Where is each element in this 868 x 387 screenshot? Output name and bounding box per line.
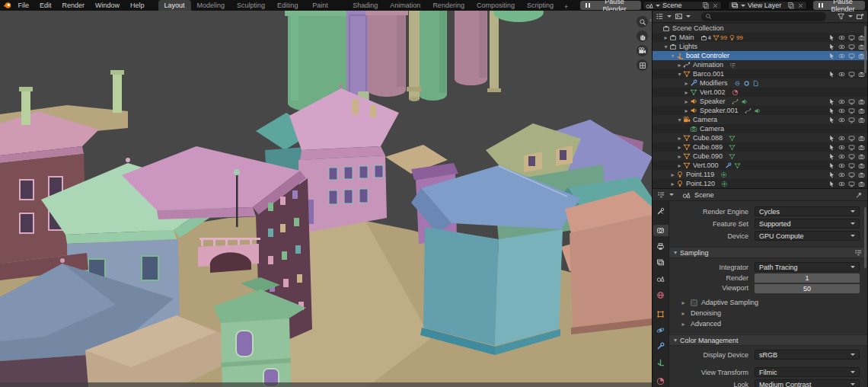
hide-eye-icon[interactable] <box>838 144 845 151</box>
disclosure-icon[interactable] <box>683 89 690 96</box>
disclosure-icon[interactable] <box>676 71 683 78</box>
select-arrow-icon[interactable] <box>828 135 835 142</box>
outliner-row-speaker-001[interactable]: Speaker.001 <box>653 106 867 115</box>
outliner-row-cube-088[interactable]: Cube.088 <box>653 133 867 142</box>
modifier-ring-icon[interactable] <box>743 80 750 87</box>
material-icon[interactable] <box>732 89 739 96</box>
tab-uv-editing[interactable]: UV Editing <box>271 0 306 11</box>
viewport-3d-scene[interactable] <box>0 11 653 387</box>
outliner-row-cube-090[interactable]: Cube.090 <box>653 152 867 161</box>
render-disable-icon[interactable] <box>858 117 865 123</box>
select-arrow-icon[interactable] <box>828 162 835 169</box>
select-arrow-icon[interactable] <box>828 153 835 160</box>
menu-window[interactable]: Window <box>91 0 124 11</box>
tab-rendering[interactable]: Rendering <box>426 0 471 11</box>
viewport-disable-icon[interactable] <box>848 144 855 151</box>
disclosure-icon[interactable] <box>676 62 683 69</box>
render-disable-icon[interactable] <box>858 135 865 142</box>
hide-eye-icon[interactable] <box>838 171 845 178</box>
tab-shading[interactable]: Shading <box>346 0 384 11</box>
hide-eye-icon[interactable] <box>838 107 845 114</box>
outliner-search[interactable] <box>701 12 826 21</box>
hide-eye-icon[interactable] <box>838 71 845 78</box>
sampling-panel-header[interactable]: ▾ Sampling <box>669 247 867 258</box>
menu-edit[interactable]: Edit <box>35 0 56 11</box>
disclosure-icon[interactable] <box>676 117 683 123</box>
feature-set-dropdown[interactable]: Supported <box>755 219 860 229</box>
tab-physics[interactable] <box>653 325 669 336</box>
outliner-row-vert-000[interactable]: Vert.000 <box>653 161 867 170</box>
render-disable-icon[interactable] <box>858 181 865 187</box>
viewport-disable-icon[interactable] <box>848 171 855 178</box>
render-disable-icon[interactable] <box>858 144 865 151</box>
outliner-row-cube-089[interactable]: Cube.089 <box>653 142 867 152</box>
render-samples-field[interactable]: 1 <box>755 273 860 283</box>
outliner-row-main[interactable]: Main 4 99 99 <box>653 33 867 42</box>
viewport-disable-icon[interactable] <box>848 34 855 41</box>
display-device-dropdown[interactable]: sRGB <box>755 350 860 360</box>
render-disable-icon[interactable] <box>858 107 865 114</box>
hide-eye-icon[interactable] <box>838 98 845 105</box>
select-arrow-icon[interactable] <box>828 181 835 187</box>
hide-eye-icon[interactable] <box>838 34 845 41</box>
pin-icon[interactable] <box>855 191 863 199</box>
hide-eye-icon[interactable] <box>838 53 845 59</box>
close-icon[interactable] <box>797 2 804 9</box>
disclosure-icon[interactable] <box>662 34 669 41</box>
viewport-disable-icon[interactable] <box>848 98 855 105</box>
disclosure-icon[interactable] <box>669 53 676 59</box>
tab-texture-paint[interactable]: Texture Paint <box>306 0 346 11</box>
advanced-subpanel[interactable]: Advanced <box>669 318 867 329</box>
modifier-screw-icon[interactable] <box>734 80 741 87</box>
look-dropdown[interactable]: Medium Contrast <box>755 379 860 387</box>
viewport-disable-icon[interactable] <box>848 107 855 114</box>
properties-scrollbar[interactable] <box>864 207 866 268</box>
tab-tool[interactable] <box>653 206 669 217</box>
integrator-dropdown[interactable]: Path Tracing <box>755 262 860 272</box>
blender-logo-icon[interactable] <box>3 1 11 10</box>
pause-blender-button[interactable]: Pause Blender <box>580 1 641 10</box>
outliner-row-camera-object[interactable]: Camera <box>653 115 867 124</box>
close-icon[interactable] <box>712 2 719 9</box>
pause-blender-button-2[interactable]: Pause Blender <box>813 1 865 10</box>
select-arrow-icon[interactable] <box>828 144 835 151</box>
tab-object[interactable] <box>653 309 669 320</box>
outliner-row-barco-001[interactable]: Barco.001 <box>653 69 867 78</box>
properties-editor-type-icon[interactable] <box>657 190 665 199</box>
outliner-row-camera-data[interactable]: Camera <box>653 124 867 133</box>
tab-scripting[interactable]: Scripting <box>521 0 560 11</box>
render-disable-icon[interactable] <box>858 171 865 178</box>
outliner-scrollbar[interactable] <box>864 26 866 73</box>
disclosure-icon[interactable] <box>676 162 683 169</box>
tab-view-layer[interactable] <box>653 257 669 268</box>
sidebar-collapse-chevron[interactable]: ‹ <box>649 17 652 24</box>
tab-layout[interactable]: Layout <box>158 0 191 11</box>
hide-eye-icon[interactable] <box>838 153 845 160</box>
outliner-row-scene-collection[interactable]: Scene Collection <box>653 24 867 33</box>
tab-modifiers[interactable] <box>653 341 669 352</box>
viewport-disable-icon[interactable] <box>848 43 855 50</box>
tab-animation[interactable]: Animation <box>384 0 426 11</box>
tab-sculpting[interactable]: Sculpting <box>231 0 271 11</box>
tab-object-data[interactable] <box>653 357 669 368</box>
tab-compositing[interactable]: Compositing <box>471 0 521 11</box>
render-engine-dropdown[interactable]: Cycles <box>755 206 860 216</box>
modifier-solidify-icon[interactable] <box>752 80 759 87</box>
select-arrow-icon[interactable] <box>828 171 835 178</box>
filter-icon[interactable] <box>837 12 845 21</box>
viewport-disable-icon[interactable] <box>848 53 855 59</box>
outliner-row-speaker[interactable]: Speaker <box>653 97 867 106</box>
select-arrow-icon[interactable] <box>828 53 835 59</box>
render-disable-icon[interactable] <box>858 98 865 105</box>
new-scene-icon[interactable] <box>702 2 710 9</box>
search-input[interactable] <box>714 13 822 21</box>
adaptive-sampling-subpanel[interactable]: Adaptive Sampling <box>669 297 867 308</box>
outliner-row-boat-controler[interactable]: boat Controler <box>653 51 867 60</box>
outliner-row-animation[interactable]: Animation <box>653 60 867 69</box>
tab-modeling[interactable]: Modeling <box>191 0 231 11</box>
pan-hand-icon[interactable] <box>637 30 648 42</box>
hide-eye-icon[interactable] <box>838 181 845 187</box>
outliner-row-point-120[interactable]: Point.120 <box>653 179 867 188</box>
select-arrow-icon[interactable] <box>828 107 835 114</box>
viewport-disable-icon[interactable] <box>848 135 855 142</box>
